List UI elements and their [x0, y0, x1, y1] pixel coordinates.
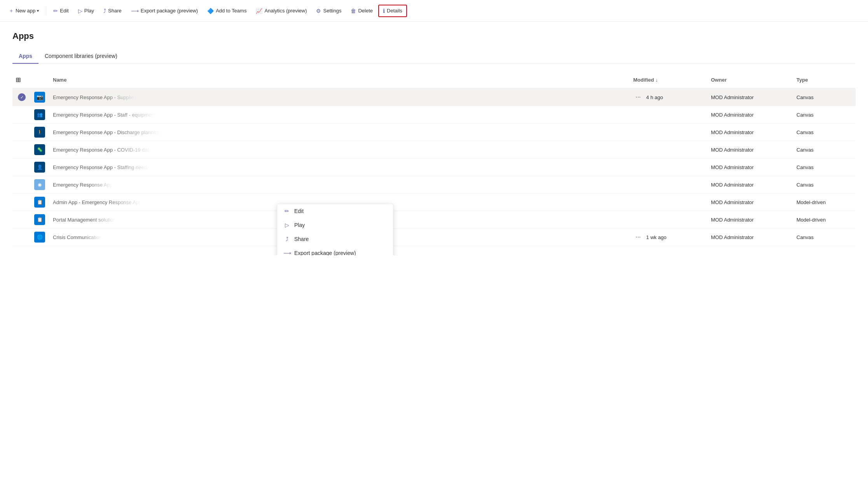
edit-icon: ✏ [53, 8, 58, 14]
row-type-8: Model-driven [793, 215, 856, 225]
row-context-menu-button-9[interactable]: ··· [633, 233, 643, 241]
row-checkbox-5[interactable] [12, 165, 31, 169]
row-checkbox-3[interactable] [12, 130, 31, 134]
row-checkbox-8[interactable] [12, 217, 31, 222]
app-icon: ◉ [34, 179, 45, 190]
settings-button[interactable]: ⚙ Settings [312, 5, 345, 16]
app-icon: 👤 [34, 162, 45, 173]
header-modified-col[interactable]: Modified ↓ [630, 75, 708, 85]
ctx-export-icon: ⟶ [283, 250, 290, 255]
header-name-col[interactable]: Name [50, 75, 630, 85]
row-owner-4: MOD Administrator [708, 145, 793, 155]
row-owner-9: MOD Administrator [708, 232, 793, 243]
plus-icon: ＋ [9, 7, 14, 14]
row-type-7: Model-driven [793, 197, 856, 208]
row-type-1: Canvas [793, 92, 856, 103]
details-label: Details [387, 8, 402, 14]
table-row[interactable]: 👤 Emergency Response App - Staffing need… [12, 159, 856, 176]
row-owner-5: MOD Administrator [708, 162, 793, 173]
apps-table: ⊞ Name Modified ↓ Owner Type ✓ 📷 Emergen… [12, 72, 856, 246]
table-row[interactable]: ✓ 📷 Emergency Response App - Supplies ··… [12, 89, 856, 106]
row-checkbox-1[interactable]: ✓ [12, 91, 31, 103]
row-name-3: Emergency Response App - Discharge plann… [50, 127, 630, 138]
row-modified-1: ··· 4 h ago [630, 91, 708, 104]
row-type-3: Canvas [793, 127, 856, 138]
row-owner-1: MOD Administrator [708, 92, 793, 103]
row-checkbox-4[interactable] [12, 147, 31, 152]
analytics-button[interactable]: 📈 Analytics (preview) [252, 5, 311, 16]
row-icon-5: 👤 [31, 159, 50, 175]
delete-button[interactable]: 🗑 Delete [347, 5, 377, 16]
app-icon: 🦠 [34, 144, 45, 155]
play-button[interactable]: ▷ Play [74, 5, 98, 16]
export-label: Export package (preview) [141, 8, 198, 14]
row-checkbox-6[interactable] [12, 182, 31, 187]
row-owner-6: MOD Administrator [708, 180, 793, 190]
settings-icon: ⚙ [316, 8, 321, 14]
select-all-icon: ⊞ [16, 76, 21, 84]
add-to-teams-button[interactable]: 🔷 Add to Teams [203, 5, 250, 16]
details-button[interactable]: ℹ Details [378, 5, 407, 17]
row-checkbox-2[interactable] [12, 112, 31, 117]
tab-apps[interactable]: Apps [12, 49, 38, 64]
row-type-2: Canvas [793, 110, 856, 120]
row-icon-7: 📋 [31, 194, 50, 210]
table-row[interactable]: 📋 Portal Management solution MOD Adminis… [12, 211, 856, 229]
teams-icon: 🔷 [207, 8, 214, 14]
row-owner-7: MOD Administrator [708, 197, 793, 208]
share-label: Share [108, 8, 122, 14]
app-icon: 👥 [34, 109, 45, 120]
row-owner-2: MOD Administrator [708, 110, 793, 120]
new-app-label: New app [16, 8, 35, 14]
app-icon: 📷 [34, 92, 45, 103]
row-icon-1: 📷 [31, 89, 50, 105]
row-checkbox-9[interactable] [12, 235, 31, 239]
ctx-edit[interactable]: ✏ Edit [277, 204, 393, 218]
share-button[interactable]: ⤴ Share [100, 5, 126, 16]
selected-checkmark: ✓ [18, 93, 26, 101]
app-icon: 📋 [34, 214, 45, 225]
play-label: Play [84, 8, 94, 14]
tab-component-libraries[interactable]: Component libraries (preview) [38, 49, 124, 64]
row-name-5: Emergency Response App - Staffing needs [50, 162, 630, 173]
export-button[interactable]: ⟶ Export package (preview) [127, 5, 202, 16]
ctx-share-icon: ⤴ [283, 236, 290, 242]
table-row[interactable]: 👥 Emergency Response App - Staff - equip… [12, 106, 856, 124]
delete-label: Delete [358, 8, 373, 14]
row-modified-5 [630, 165, 708, 169]
table-row[interactable]: 🌐 Crisis Communication ··· 1 wk ago MOD … [12, 229, 856, 246]
ctx-share[interactable]: ⤴ Share [277, 232, 393, 246]
row-modified-7 [630, 200, 708, 204]
analytics-icon: 📈 [256, 8, 262, 14]
ctx-export[interactable]: ⟶ Export package (preview) [277, 246, 393, 255]
table-row[interactable]: ◉ Emergency Response App MOD Administrat… [12, 176, 856, 194]
dropdown-chevron-icon: ▾ [37, 9, 39, 13]
app-icon: 📋 [34, 197, 45, 208]
header-owner-col[interactable]: Owner [708, 75, 793, 85]
new-app-button[interactable]: ＋ New app ▾ [5, 5, 43, 17]
edit-label: Edit [60, 8, 68, 14]
row-context-menu-button-1[interactable]: ··· [633, 93, 643, 101]
header-type-col[interactable]: Type [793, 75, 856, 85]
table-row[interactable]: 🦠 Emergency Response App - COVID-19 data… [12, 141, 856, 159]
row-type-9: Canvas [793, 232, 856, 243]
row-icon-3: 🚶 [31, 124, 50, 140]
row-checkbox-7[interactable] [12, 200, 31, 204]
ctx-play-icon: ▷ [283, 222, 290, 228]
row-owner-8: MOD Administrator [708, 215, 793, 225]
table-row[interactable]: 📋 Admin App - Emergency Response App MOD… [12, 194, 856, 211]
app-icon: 🚶 [34, 127, 45, 138]
analytics-label: Analytics (preview) [264, 8, 307, 14]
row-modified-4 [630, 147, 708, 152]
tabs-container: Apps Component libraries (preview) [12, 49, 856, 64]
share-icon: ⤴ [103, 8, 106, 14]
ctx-share-label: Share [294, 236, 309, 242]
ctx-play[interactable]: ▷ Play [277, 218, 393, 232]
row-icon-6: ◉ [31, 177, 50, 192]
delete-icon: 🗑 [351, 8, 356, 14]
export-icon: ⟶ [131, 8, 139, 14]
row-modified-2 [630, 112, 708, 117]
row-modified-9: ··· 1 wk ago [630, 231, 708, 244]
edit-button[interactable]: ✏ Edit [49, 5, 72, 16]
table-row[interactable]: 🚶 Emergency Response App - Discharge pla… [12, 124, 856, 141]
